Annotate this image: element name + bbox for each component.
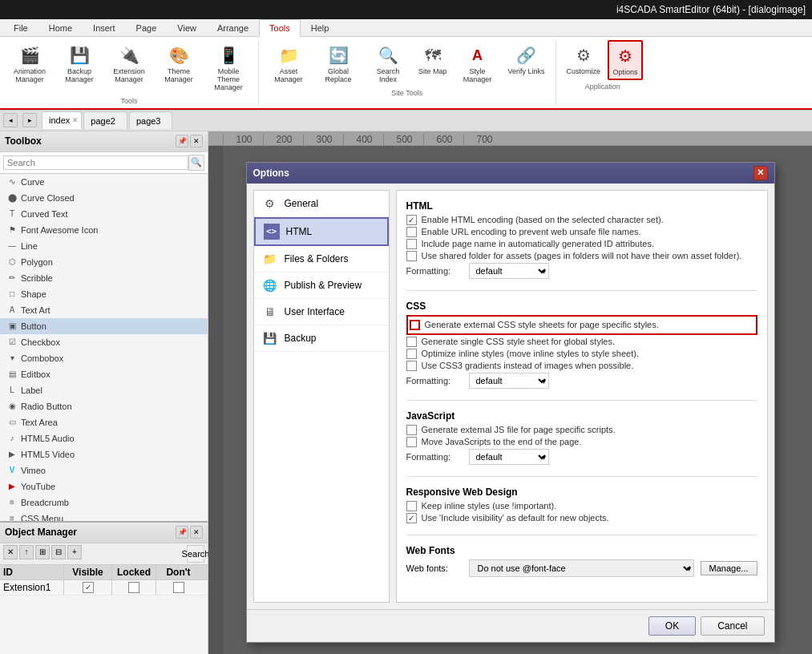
cb-enable-url-encoding[interactable] — [406, 227, 417, 237]
cb-keep-inline-styles[interactable] — [406, 501, 417, 511]
ribbon-item-asset-manager[interactable]: 📁 Asset Manager — [265, 40, 312, 87]
toolbox-item-curve-closed[interactable]: ⬤ Curve Closed — [0, 190, 208, 206]
toolbox-item-curved-text[interactable]: T Curved Text — [0, 206, 208, 222]
obj-search-input[interactable]: Search — [187, 545, 204, 563]
dialog-ok-button[interactable]: OK — [648, 616, 696, 636]
nav-item-files-folders[interactable]: 📁 Files & Folders — [254, 246, 389, 272]
toolbox-item-scribble[interactable]: ✏ Scribble — [0, 270, 208, 286]
tab-arrange[interactable]: Arrange — [207, 19, 259, 37]
locked-checkbox[interactable] — [128, 582, 139, 593]
toolbox-item-line[interactable]: — Line — [0, 238, 208, 254]
css-formatting-select[interactable]: default compact expanded — [469, 373, 549, 389]
toolbox-item-font-awesome[interactable]: ⚑ Font Awesome Icon — [0, 222, 208, 238]
css-formatting-row: Formatting: default compact expanded — [406, 373, 757, 389]
cb-include-page-name[interactable] — [406, 239, 417, 249]
visible-checkbox[interactable] — [83, 582, 94, 593]
nav-item-general[interactable]: ⚙ General — [254, 191, 389, 217]
cb-use-shared-folder[interactable] — [406, 251, 417, 261]
toolbox-item-label[interactable]: L Label — [0, 382, 208, 398]
tab-insert[interactable]: Insert — [83, 19, 126, 37]
toolbox-item-checkbox[interactable]: ☑ Checkbox — [0, 334, 208, 350]
obj-tool-move-up[interactable]: ↑ — [19, 545, 34, 559]
toolbox-item-shape[interactable]: □ Shape — [0, 286, 208, 302]
obj-tool-ungroup[interactable]: ⊟ — [51, 545, 66, 559]
toolbox-item-curve[interactable]: ∿ Curve — [0, 174, 208, 190]
cell-visible[interactable] — [64, 580, 112, 595]
dont-checkbox[interactable] — [173, 582, 184, 593]
toolbox-item-button[interactable]: ▣ Button — [0, 318, 208, 334]
dialog-cancel-button[interactable]: Cancel — [701, 616, 764, 636]
doc-tab-page2[interactable]: page2 — [83, 111, 127, 129]
ribbon-item-customize[interactable]: ⚙ Customize — [563, 40, 605, 80]
ribbon-item-animation-manager[interactable]: 🎬 Animation Manager — [6, 40, 53, 95]
toolbox-item-polygon[interactable]: ⬡ Polygon — [0, 254, 208, 270]
cb-label-generate-external-js: Generate external JS file for page speci… — [422, 425, 616, 434]
cb-move-javascripts[interactable] — [406, 437, 417, 447]
nav-item-backup[interactable]: 💾 Backup — [254, 325, 389, 352]
toolbox-item-css-menu[interactable]: ≡ CSS Menu — [0, 511, 208, 521]
obj-tool-expand[interactable]: + — [67, 545, 82, 559]
cb-generate-external-js[interactable] — [406, 425, 417, 435]
cb-optimize-inline[interactable] — [406, 349, 417, 359]
tab-nav-right[interactable]: ▸ — [22, 113, 37, 127]
web-fonts-select[interactable]: Do not use @font-face Use @font-face — [469, 559, 694, 577]
cb-use-css3-gradients[interactable] — [406, 361, 417, 371]
tab-view[interactable]: View — [167, 19, 207, 37]
ribbon-item-extension-manager[interactable]: 🔌 Extension Manager — [106, 40, 152, 95]
obj-tool-cursor[interactable]: ✕ — [3, 545, 18, 559]
nav-item-html[interactable]: <> HTML — [254, 217, 389, 246]
toolbox-item-youtube[interactable]: ▶ YouTube — [0, 478, 208, 495]
obj-tool-group[interactable]: ⊞ — [35, 545, 50, 559]
ribbon-item-search-index[interactable]: 🔍 Search Index — [365, 40, 411, 87]
toolbox-item-text-area[interactable]: ▭ Text Area — [0, 414, 208, 430]
ribbon-item-options[interactable]: ⚙ Options — [608, 40, 643, 80]
html-formatting-row: Formatting: default compact expanded — [406, 263, 757, 279]
toolbox-search-button[interactable]: 🔍 — [188, 155, 204, 171]
cb-use-include-visibility[interactable] — [406, 513, 417, 523]
cb-generate-external-css[interactable] — [410, 320, 420, 330]
cell-locked[interactable] — [112, 580, 156, 595]
ribbon-item-global-replace[interactable]: 🔄 Global Replace — [315, 40, 362, 87]
tab-page[interactable]: Page — [126, 19, 168, 37]
cb-label-optimize-inline: Optimize inline styles (move inline styl… — [422, 349, 639, 358]
shape-icon: □ — [6, 289, 18, 300]
html-formatting-select[interactable]: default compact expanded — [469, 263, 549, 279]
ribbon-item-style-manager[interactable]: A Style Manager — [454, 40, 501, 87]
nav-item-publish-preview[interactable]: 🌐 Publish & Preview — [254, 272, 389, 299]
cell-dont[interactable] — [156, 580, 200, 595]
object-manager-close-btn[interactable]: ✕ — [190, 526, 203, 539]
tab-tools[interactable]: Tools — [259, 19, 301, 37]
tab-file[interactable]: File — [3, 19, 38, 37]
tab-nav-left[interactable]: ◂ — [3, 113, 18, 127]
toolbox-close-btn[interactable]: ✕ — [190, 135, 203, 147]
toolbox-item-radio-button[interactable]: ◉ Radio Button — [0, 398, 208, 414]
tab-home[interactable]: Home — [38, 19, 83, 37]
toolbox-item-text-art[interactable]: A Text Art — [0, 302, 208, 318]
toolbox-pin-btn[interactable]: 📌 — [176, 135, 188, 147]
toolbox-item-breadcrumb[interactable]: ≡ Breadcrumb — [0, 495, 208, 511]
cb-generate-single-css[interactable] — [406, 337, 417, 347]
tab-help[interactable]: Help — [301, 19, 340, 37]
toolbox-search-input[interactable] — [3, 155, 188, 170]
ribbon-item-mobile-theme-manager[interactable]: 📱 Mobile Theme Manager — [205, 40, 252, 95]
toolbox-item-html5-audio[interactable]: ♪ HTML5 Audio — [0, 430, 208, 446]
ribbon-item-backup-manager[interactable]: 💾 Backup Manager — [56, 40, 103, 95]
object-manager-pin-btn[interactable]: 📌 — [176, 526, 188, 539]
doc-tab-page3[interactable]: page3 — [129, 111, 173, 129]
toolbox-item-html5-video[interactable]: ▶ HTML5 Video — [0, 446, 208, 462]
close-index-icon[interactable]: ✕ — [72, 116, 79, 124]
ribbon-item-verify-links[interactable]: 🔗 Verify Links — [504, 40, 549, 87]
web-fonts-manage-button[interactable]: Manage... — [701, 561, 757, 575]
ribbon-item-theme-manager[interactable]: 🎨 Theme Manager — [156, 40, 202, 95]
cb-enable-html-encoding[interactable] — [406, 215, 417, 225]
toolbox-item-editbox[interactable]: ▤ Editbox — [0, 366, 208, 382]
dialog-footer: OK Cancel — [247, 609, 774, 642]
ribbon-item-site-map[interactable]: 🗺 Site Map — [414, 40, 451, 87]
js-formatting-select[interactable]: default compact expanded — [469, 449, 549, 465]
toolbox-item-vimeo[interactable]: V Vimeo — [0, 462, 208, 478]
html-formatting-select-wrapper: default compact expanded — [469, 263, 549, 279]
doc-tab-index[interactable]: index ✕ — [42, 111, 82, 129]
toolbox-item-combobox[interactable]: ▾ Combobox — [0, 350, 208, 366]
nav-item-user-interface[interactable]: 🖥 User Interface — [254, 299, 389, 325]
dialog-close-button[interactable]: ✕ — [753, 166, 768, 180]
